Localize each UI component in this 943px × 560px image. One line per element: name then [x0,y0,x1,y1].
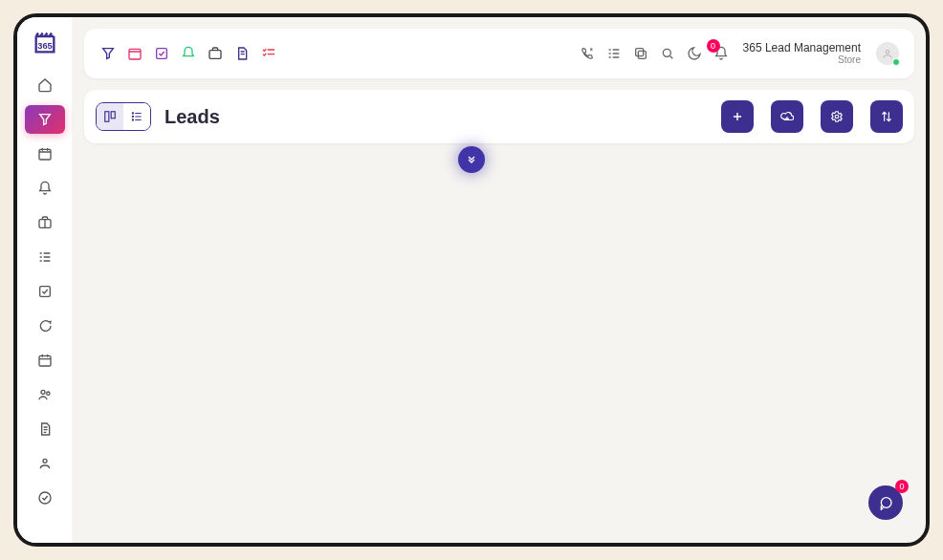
svg-point-20 [132,119,133,120]
svg-rect-16 [105,112,109,122]
settings-button[interactable] [821,100,853,133]
svg-point-21 [835,115,839,118]
search-icon[interactable] [659,45,676,62]
page-header-card: Leads [84,90,914,143]
list-toggle-icon[interactable] [605,45,623,62]
topbar-utility-icons: 0 365 Lead Management Store [579,42,899,65]
chat-count-badge: 0 [895,480,909,493]
org-name: 365 Lead Management [743,42,861,54]
svg-rect-9 [129,49,141,59]
calendar-icon[interactable] [126,45,143,62]
call-icon[interactable] [579,45,596,62]
svg-point-6 [46,392,49,395]
chat-fab[interactable]: 0 [868,485,903,520]
svg-point-18 [132,113,133,114]
svg-rect-1 [39,149,51,160]
checklist-icon[interactable] [260,45,277,62]
svg-rect-13 [635,49,643,56]
svg-text:365: 365 [37,41,53,51]
svg-point-15 [886,51,889,54]
document-icon[interactable] [233,45,251,62]
sidebar-team[interactable] [25,380,65,409]
expand-panel-button[interactable] [458,146,485,173]
sidebar-approvals[interactable] [25,277,65,306]
check-icon[interactable] [153,45,170,62]
copy-icon[interactable] [632,45,649,62]
topbar: 0 365 Lead Management Store [84,29,914,78]
presence-indicator [892,58,900,66]
sidebar-goals[interactable] [25,484,65,512]
view-list-button[interactable] [123,103,150,130]
sidebar-home[interactable] [25,71,65,99]
svg-point-19 [132,116,133,117]
user-avatar[interactable] [876,42,899,65]
briefcase-icon[interactable] [207,45,224,62]
notification-bell[interactable]: 0 [713,45,730,62]
brand-logo: 365 [31,29,59,57]
sidebar-calendar[interactable] [25,140,65,168]
sidebar-briefcase[interactable] [25,208,65,237]
export-button[interactable] [771,100,803,133]
svg-point-5 [41,390,45,394]
sidebar-leads[interactable] [25,105,65,134]
org-label: 365 Lead Management Store [743,42,861,65]
filter-icon[interactable] [99,45,117,62]
page-title: Leads [164,106,220,128]
svg-point-14 [663,49,670,56]
svg-rect-12 [638,51,646,58]
sidebar-documents[interactable] [25,415,65,443]
svg-point-8 [39,492,51,504]
topbar-module-icons [99,45,277,62]
sidebar: 365 [17,17,73,543]
svg-rect-4 [39,355,51,366]
sidebar-notifications[interactable] [25,174,65,203]
notification-count-badge: 0 [707,39,720,53]
svg-point-7 [43,459,47,463]
svg-rect-10 [157,49,167,59]
sidebar-chat[interactable] [25,312,65,340]
sort-button[interactable] [870,100,903,133]
view-toggle [96,102,151,131]
sidebar-profile[interactable] [25,449,65,478]
add-lead-button[interactable] [721,100,754,133]
bell-icon[interactable] [180,45,197,62]
svg-rect-3 [39,287,50,297]
view-kanban-button[interactable] [97,103,123,130]
sidebar-tasks[interactable] [25,243,65,271]
org-subtitle: Store [838,54,861,65]
svg-rect-17 [111,112,115,118]
theme-toggle-icon[interactable] [686,45,703,62]
sidebar-schedule[interactable] [25,346,65,375]
svg-rect-11 [209,51,221,59]
